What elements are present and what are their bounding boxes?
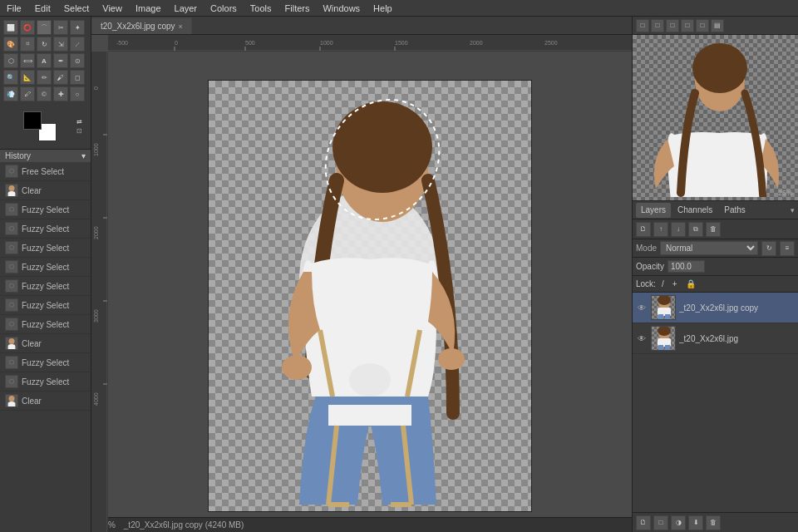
layer-item-1[interactable]: 👁 _t20_Xx2x6l.jpg: [633, 323, 798, 354]
lock-icon-3[interactable]: 🔒: [683, 279, 698, 288]
menu-image[interactable]: Image: [129, 2, 168, 15]
scale-tool[interactable]: ⇲: [53, 37, 68, 52]
dodge-tool[interactable]: ○: [70, 86, 85, 101]
history-label-4: Fuzzy Select: [22, 244, 69, 253]
history-item-12[interactable]: Clear: [0, 392, 91, 411]
rp-icon-6[interactable]: ▤: [711, 19, 724, 32]
clone-tool[interactable]: ©: [37, 86, 52, 101]
swap-colors-icon[interactable]: ⇄: [76, 118, 82, 126]
menu-edit[interactable]: Edit: [28, 2, 57, 15]
ellipse-select-tool[interactable]: ⭕: [20, 20, 35, 35]
bottom-tool-merge[interactable]: ⬇: [688, 515, 703, 530]
ink-tool[interactable]: 🖊: [20, 86, 35, 101]
history-item-2[interactable]: ⬡Fuzzy Select: [0, 200, 91, 219]
heal-tool[interactable]: ✚: [53, 86, 68, 101]
menu-file[interactable]: File: [0, 2, 28, 15]
eraser-tool[interactable]: ◻: [70, 70, 85, 85]
history-item-0[interactable]: ⬡Free Select: [0, 162, 91, 181]
text-tool[interactable]: A: [37, 53, 52, 68]
foreground-color[interactable]: [23, 111, 42, 130]
menu-layer[interactable]: Layer: [168, 2, 204, 15]
bottom-tool-new[interactable]: 🗋: [636, 515, 651, 530]
history-title: History: [5, 151, 31, 160]
canvas-image-container: [209, 81, 531, 511]
history-item-9[interactable]: Clear: [0, 334, 91, 353]
reset-colors-icon[interactable]: ⊡: [76, 127, 82, 135]
tab-layers[interactable]: Layers: [636, 203, 671, 218]
rotate-tool[interactable]: ↻: [37, 37, 52, 52]
lower-layer-btn[interactable]: ↓: [671, 222, 686, 237]
history-item-1[interactable]: Clear: [0, 181, 91, 200]
shear-tool[interactable]: ⟋: [70, 37, 85, 52]
menu-colors[interactable]: Colors: [204, 2, 244, 15]
tab-paths[interactable]: Paths: [719, 203, 751, 218]
rect-select-tool[interactable]: ⬜: [3, 20, 18, 35]
measure-tool[interactable]: 📐: [20, 70, 35, 85]
history-item-11[interactable]: ⬡Fuzzy Select: [0, 372, 91, 392]
layer-item-0[interactable]: 👁 _t20_Xx2x6l.jpg copy: [633, 293, 798, 323]
menu-filters[interactable]: Filters: [278, 2, 317, 15]
history-label-5: Fuzzy Select: [22, 263, 69, 272]
history-item-10[interactable]: ⬡Fuzzy Select: [0, 353, 91, 372]
history-menu-icon[interactable]: ▾: [81, 151, 86, 160]
preview-area: 25%: [633, 35, 798, 201]
history-item-7[interactable]: ⬡Fuzzy Select: [0, 296, 91, 315]
canvas-viewport[interactable]: -500 0 500 1000 1500 2000 2500: [91, 35, 632, 532]
svg-text:0: 0: [93, 86, 99, 90]
bottom-tool-delete[interactable]: 🗑: [706, 515, 721, 530]
history-label-7: Fuzzy Select: [22, 301, 69, 310]
bottom-tool-mask[interactable]: ◑: [671, 515, 686, 530]
tab-channels[interactable]: Channels: [672, 203, 717, 218]
airbrush-tool[interactable]: 💨: [3, 86, 18, 101]
select-by-color-tool[interactable]: 🎨: [3, 37, 18, 52]
free-select-tool[interactable]: ⌒: [37, 20, 52, 35]
lock-icon-1[interactable]: /: [659, 279, 667, 288]
layer-name-1: _t20_Xx2x6l.jpg: [679, 334, 795, 343]
mode-select[interactable]: Normal Multiply Screen Overlay: [660, 241, 758, 255]
pencil-tool[interactable]: ✏: [37, 70, 52, 85]
duplicate-layer-btn[interactable]: ⧉: [688, 222, 703, 237]
color-boxes[interactable]: [23, 111, 57, 141]
history-item-8[interactable]: ⬡Fuzzy Select: [0, 315, 91, 334]
canvas-tab-close[interactable]: ×: [179, 22, 183, 31]
svg-point-1: [9, 338, 15, 344]
lock-icon-2[interactable]: +: [670, 279, 680, 288]
perspective-tool[interactable]: ⬡: [3, 53, 18, 68]
canvas-tabs: t20_Xx2x6l.jpg copy ×: [91, 17, 632, 35]
menu-select[interactable]: Select: [57, 2, 96, 15]
paths-tool[interactable]: ✒: [53, 53, 68, 68]
mode-more-btn[interactable]: ≡: [780, 241, 795, 256]
delete-layer-btn[interactable]: 🗑: [706, 222, 721, 237]
history-thumb-0: ⬡: [5, 165, 18, 178]
rp-icon-4[interactable]: □: [681, 19, 694, 32]
menu-windows[interactable]: Windows: [316, 2, 367, 15]
rp-icon-1[interactable]: □: [636, 19, 649, 32]
menu-help[interactable]: Help: [367, 2, 399, 15]
new-layer-btn[interactable]: 🗋: [636, 222, 651, 237]
menu-tools[interactable]: Tools: [244, 2, 278, 15]
flip-tool[interactable]: ⟺: [20, 53, 35, 68]
layer-visibility-1[interactable]: 👁: [636, 332, 648, 344]
rp-icon-5[interactable]: □: [696, 19, 709, 32]
history-item-6[interactable]: ⬡Fuzzy Select: [0, 277, 91, 296]
menu-view[interactable]: View: [96, 2, 129, 15]
fuzzy-select-tool[interactable]: ✦: [70, 20, 85, 35]
crop-tool[interactable]: ⌗: [20, 37, 35, 52]
color-picker-tool[interactable]: ⊙: [70, 53, 85, 68]
rp-icon-2[interactable]: □: [651, 19, 664, 32]
history-item-3[interactable]: ⬡Fuzzy Select: [0, 219, 91, 239]
paintbrush-tool[interactable]: 🖌: [53, 70, 68, 85]
raise-layer-btn[interactable]: ↑: [653, 222, 668, 237]
history-item-5[interactable]: ⬡Fuzzy Select: [0, 258, 91, 277]
layer-visibility-0[interactable]: 👁: [636, 302, 648, 313]
canvas-scroll[interactable]: [108, 52, 632, 532]
opacity-input[interactable]: [667, 260, 705, 273]
rp-icon-3[interactable]: □: [666, 19, 679, 32]
bottom-tool-group[interactable]: □: [653, 515, 668, 530]
zoom-tool[interactable]: 🔍: [3, 70, 18, 85]
mode-extra-btn[interactable]: ↻: [761, 241, 776, 256]
history-item-4[interactable]: ⬡Fuzzy Select: [0, 239, 91, 258]
layers-panel-menu[interactable]: ▾: [791, 206, 795, 214]
canvas-tab[interactable]: t20_Xx2x6l.jpg copy ×: [91, 17, 192, 34]
scissors-tool[interactable]: ✂: [53, 20, 68, 35]
